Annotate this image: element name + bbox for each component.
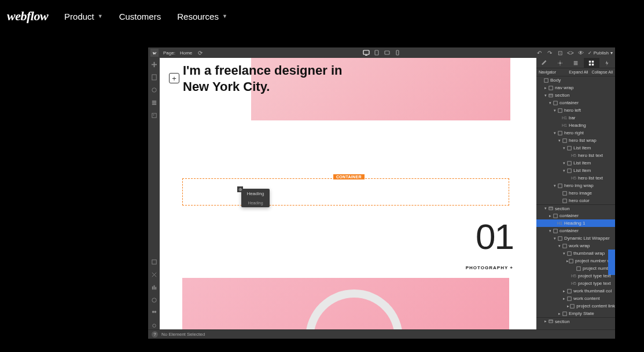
tree-item[interactable]: ▾hero right <box>536 129 615 137</box>
tree-item[interactable]: ▸nav wrap <box>536 84 615 91</box>
tree-item[interactable]: H1Heading <box>536 122 615 129</box>
page-name[interactable]: Home <box>180 50 192 56</box>
svg-rect-23 <box>574 61 578 62</box>
nav-customers[interactable]: Customers <box>119 12 161 21</box>
tree-item[interactable]: ▸project content link <box>536 302 615 310</box>
svg-point-8 <box>152 87 156 91</box>
tree-item[interactable]: ▾work wrap <box>536 242 615 250</box>
svg-rect-44 <box>549 207 552 210</box>
tool-icon-3[interactable] <box>150 283 158 291</box>
device-tablet-landscape[interactable] <box>382 49 392 56</box>
publish-button[interactable]: ✓ Publish ▾ <box>588 50 613 56</box>
tree-item[interactable]: ▾List Item <box>536 167 615 174</box>
container-outline[interactable] <box>182 178 509 206</box>
interactions-tab[interactable] <box>599 58 615 68</box>
tree-item[interactable]: ▸section <box>536 317 615 325</box>
svg-rect-35 <box>558 108 561 112</box>
collapse-all[interactable]: Collapse All <box>591 70 613 74</box>
settings-tab[interactable] <box>552 58 568 68</box>
tree-item[interactable]: H1Heading 1 <box>536 219 615 227</box>
style-tab[interactable] <box>536 58 552 68</box>
add-element-icon[interactable] <box>150 60 158 68</box>
tree-item[interactable]: ▾Dynamic List Wrapper <box>536 234 615 242</box>
add-button[interactable]: + <box>169 73 179 83</box>
svg-rect-24 <box>574 63 578 64</box>
tree-item[interactable]: ▾section <box>536 204 615 212</box>
tree-item[interactable]: ▾section <box>536 91 615 99</box>
tree-item[interactable]: ▸work content <box>536 295 615 302</box>
device-tablet[interactable] <box>372 49 381 56</box>
project-thumbnail <box>182 278 509 329</box>
device-desktop[interactable] <box>362 49 371 56</box>
tree-item[interactable]: ▾hero left <box>536 107 615 114</box>
element-icon <box>553 228 558 233</box>
tree-item[interactable]: H5hero list text <box>536 174 615 182</box>
svg-rect-50 <box>567 251 571 255</box>
tree-item[interactable]: ▾List Item <box>536 159 615 167</box>
editor-logo-icon[interactable]: w <box>150 49 159 57</box>
tree-item[interactable]: Body <box>536 76 615 84</box>
cms-icon[interactable] <box>150 98 158 107</box>
svg-rect-9 <box>152 100 156 101</box>
style-manager-tab[interactable] <box>568 58 583 68</box>
tree-item[interactable]: ▾List Item <box>536 144 615 152</box>
tree-item[interactable]: ▸Empty State <box>536 310 615 317</box>
svg-rect-34 <box>553 101 557 104</box>
tree-item[interactable]: H5project type text <box>536 280 615 287</box>
tree-item[interactable]: ▾hero img wrap <box>536 182 615 189</box>
assets-icon[interactable] <box>150 111 158 119</box>
help-icon[interactable]: ? <box>152 331 158 338</box>
nav-resources[interactable]: Resources▼ <box>177 12 227 21</box>
heading-drag-element[interactable]: Heading Heading <box>241 189 270 207</box>
tree-item[interactable]: hero image <box>536 189 615 197</box>
svg-rect-26 <box>589 60 591 62</box>
tree-item[interactable]: hero color <box>536 197 615 204</box>
users-icon[interactable] <box>150 309 158 317</box>
export-icon[interactable]: ⊡ <box>557 49 564 56</box>
refresh-icon[interactable]: ⟳ <box>197 49 204 56</box>
element-icon <box>562 138 567 143</box>
svg-rect-31 <box>549 86 552 89</box>
design-canvas[interactable]: + I'm a freelance designer in New York C… <box>160 58 536 329</box>
tree-item[interactable]: H5project type text <box>536 272 615 280</box>
tree-item[interactable]: ▸work thumbnail col <box>536 287 615 295</box>
tool-icon-2[interactable] <box>150 270 158 278</box>
tree-item[interactable]: project number <box>536 265 615 272</box>
navigator-tab[interactable] <box>584 58 599 68</box>
tree-item[interactable]: ▾thumbnail wrap <box>536 250 615 257</box>
svg-rect-6 <box>151 64 156 65</box>
settings-icon[interactable] <box>150 321 158 329</box>
svg-rect-43 <box>562 199 566 202</box>
redo-icon[interactable]: ↷ <box>546 49 553 56</box>
symbols-icon[interactable] <box>150 86 158 94</box>
hero-heading[interactable]: I'm a freelance designer in New York Cit… <box>183 63 342 94</box>
svg-rect-14 <box>152 259 156 263</box>
preview-icon[interactable]: 👁 <box>577 49 584 56</box>
tool-icon-1[interactable] <box>150 258 158 266</box>
tree-item[interactable]: H1bar <box>536 114 615 122</box>
device-mobile[interactable] <box>393 49 402 56</box>
svg-rect-46 <box>553 214 557 217</box>
svg-point-22 <box>559 62 561 64</box>
tree-item[interactable]: ▾container <box>536 227 615 234</box>
nav-product[interactable]: Product▼ <box>64 12 103 21</box>
tree-item[interactable]: ▸container <box>536 212 615 219</box>
svg-rect-30 <box>544 78 547 82</box>
element-icon <box>548 206 553 211</box>
undo-icon[interactable]: ↶ <box>536 49 543 56</box>
svg-rect-54 <box>567 296 571 300</box>
editor-topbar: w Page: Home ⟳ ↶ ↷ ⊡ <> 👁 ✓ Publish ▾ <box>148 47 615 58</box>
tree-item[interactable]: ▸project number wrap <box>536 257 615 265</box>
webflow-logo[interactable]: webflow <box>7 9 48 24</box>
audit-icon[interactable] <box>150 296 158 304</box>
pages-icon[interactable] <box>150 73 158 81</box>
expand-all[interactable]: Expand All <box>569 70 588 74</box>
drag-handle-icon[interactable] <box>237 186 243 192</box>
tree-item[interactable]: H5hero list text <box>536 152 615 159</box>
tree-item[interactable]: ▾container <box>536 99 615 107</box>
chevron-down-icon: ▼ <box>222 13 227 19</box>
tree-item[interactable]: ▾hero list wrap <box>536 137 615 144</box>
element-icon <box>548 93 553 98</box>
svg-point-19 <box>152 310 154 313</box>
code-icon[interactable]: <> <box>567 49 574 56</box>
